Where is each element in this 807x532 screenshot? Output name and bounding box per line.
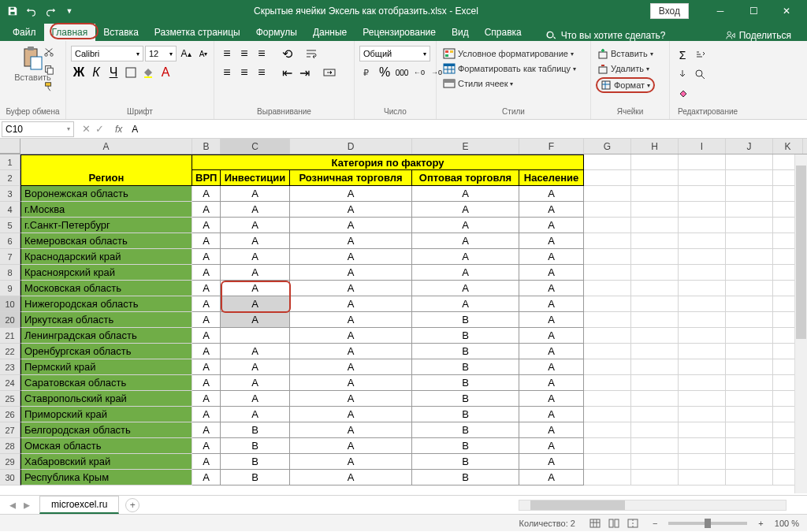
cell[interactable]: A [519, 296, 584, 312]
cell[interactable]: A [412, 218, 519, 233]
cell[interactable] [679, 296, 726, 312]
cell[interactable] [726, 186, 773, 202]
cell[interactable] [584, 265, 631, 281]
cell[interactable]: A [192, 218, 221, 233]
cell[interactable]: Иркутская область [20, 312, 192, 328]
cell[interactable]: Воронежская область [20, 186, 192, 202]
bold-icon[interactable]: Ж [71, 65, 87, 80]
cell[interactable] [726, 218, 773, 233]
increase-decimal-icon[interactable]: ←0 [411, 65, 427, 80]
cell[interactable]: A [519, 344, 584, 359]
page-layout-view-icon[interactable] [605, 516, 623, 530]
row-header[interactable]: 3 [0, 186, 20, 202]
cell[interactable]: Кемеровская область [20, 233, 192, 249]
font-color-icon[interactable]: A [158, 65, 173, 80]
cell[interactable] [726, 296, 773, 312]
col-header-D[interactable]: D [290, 139, 412, 154]
cell[interactable]: A [192, 328, 221, 344]
cell[interactable]: A [192, 422, 221, 438]
cell[interactable]: Белгородская область [20, 422, 192, 438]
cell[interactable] [726, 407, 773, 422]
cell[interactable] [631, 202, 679, 218]
align-right-icon[interactable]: ≡ [254, 65, 270, 80]
col-header-H[interactable]: H [631, 139, 679, 154]
row-header[interactable]: 24 [0, 375, 20, 391]
cell[interactable] [726, 154, 773, 170]
cell[interactable] [679, 470, 726, 485]
cell[interactable] [631, 407, 679, 422]
cell[interactable]: A [519, 202, 584, 218]
cell[interactable] [221, 328, 290, 344]
cell[interactable]: A [192, 438, 221, 454]
cell[interactable]: A [290, 391, 412, 407]
cell[interactable]: A [290, 375, 412, 391]
cell[interactable] [584, 186, 631, 202]
cell[interactable]: A [290, 233, 412, 249]
cancel-formula-icon[interactable]: ✕ [82, 123, 91, 135]
cell[interactable] [679, 328, 726, 344]
cell[interactable] [631, 470, 679, 485]
cell[interactable]: A [192, 281, 221, 296]
cell[interactable]: A [519, 422, 584, 438]
row-header[interactable]: 25 [0, 391, 20, 407]
cell[interactable] [631, 233, 679, 249]
cell[interactable]: A [412, 265, 519, 281]
formula-input[interactable] [127, 122, 807, 136]
cell[interactable]: Саратовская область [20, 375, 192, 391]
row-header[interactable]: 8 [0, 265, 20, 281]
thousands-icon[interactable]: 000 [394, 65, 410, 80]
row-header[interactable]: 20 [0, 312, 20, 328]
tell-me-input[interactable]: Что вы хотите сделать? [530, 30, 725, 41]
cell[interactable]: A [221, 344, 290, 359]
zoom-in-icon[interactable]: + [758, 519, 763, 528]
col-header-E[interactable]: E [412, 139, 519, 154]
row-header[interactable]: 27 [0, 422, 20, 438]
number-format-combo[interactable]: Общий▾ [359, 46, 430, 61]
vertical-scrollbar[interactable] [794, 154, 807, 493]
cell[interactable]: Инвестиции [221, 170, 290, 186]
cell[interactable] [631, 218, 679, 233]
cell[interactable] [631, 186, 679, 202]
italic-icon[interactable]: К [88, 65, 104, 80]
cell[interactable] [631, 328, 679, 344]
col-header-F[interactable]: F [519, 139, 584, 154]
cell[interactable] [726, 328, 773, 344]
cell[interactable]: A [192, 470, 221, 485]
cell[interactable] [631, 296, 679, 312]
cell[interactable]: A [192, 344, 221, 359]
cell[interactable] [631, 344, 679, 359]
cell[interactable] [584, 454, 631, 470]
cell-styles-button[interactable]: Стили ячеек▾ [441, 77, 515, 90]
row-header[interactable]: 10 [0, 296, 20, 312]
format-as-table-button[interactable]: Форматировать как таблицу▾ [441, 62, 578, 75]
cell[interactable]: B [221, 438, 290, 454]
sort-filter-icon[interactable] [692, 47, 708, 63]
cell[interactable] [20, 154, 192, 170]
cell[interactable] [679, 281, 726, 296]
cell[interactable] [584, 170, 631, 186]
maximize-icon[interactable]: ☐ [738, 0, 769, 22]
cell[interactable]: A [290, 312, 412, 328]
name-box[interactable]: C10▾ [2, 121, 74, 137]
cell[interactable]: B [412, 407, 519, 422]
cell[interactable] [584, 422, 631, 438]
orientation-icon[interactable]: ⟲ [279, 46, 295, 61]
merge-icon[interactable] [322, 65, 337, 80]
cell[interactable]: A [290, 186, 412, 202]
cell[interactable]: A [519, 407, 584, 422]
cell[interactable]: B [221, 454, 290, 470]
align-center-icon[interactable]: ≡ [236, 65, 252, 80]
cell[interactable]: B [412, 422, 519, 438]
cell[interactable]: A [221, 281, 290, 296]
increase-font-icon[interactable]: A▴ [178, 46, 194, 61]
cell[interactable]: Краснодарский край [20, 249, 192, 265]
cell[interactable]: A [412, 233, 519, 249]
cell[interactable] [726, 375, 773, 391]
cell[interactable] [726, 454, 773, 470]
cell[interactable]: ВРП [192, 170, 221, 186]
col-header-G[interactable]: G [584, 139, 631, 154]
cell[interactable] [631, 154, 679, 170]
tab-Главная[interactable]: Главная [44, 24, 96, 41]
cell[interactable] [631, 454, 679, 470]
cell[interactable]: A [519, 218, 584, 233]
